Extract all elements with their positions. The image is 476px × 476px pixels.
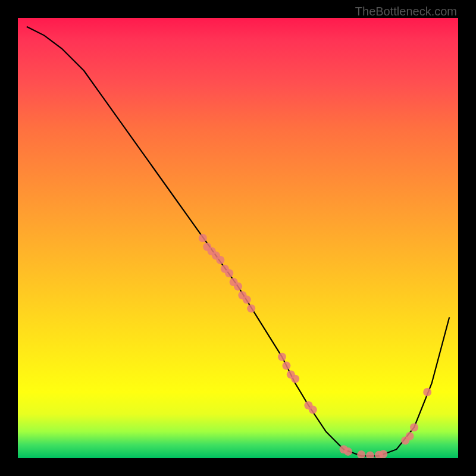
scatter-point — [344, 447, 352, 456]
scatter-point — [423, 388, 431, 396]
curve-line — [27, 27, 449, 456]
scatter-point — [410, 423, 418, 431]
scatter-point — [406, 432, 414, 440]
line-series — [27, 27, 449, 456]
scatter-point — [357, 450, 365, 458]
scatter-point — [278, 353, 286, 361]
plot-area — [18, 18, 458, 458]
scatter-point — [247, 304, 255, 312]
watermark-text: TheBottleneck.com — [355, 5, 457, 18]
scatter-point — [309, 406, 317, 414]
scatter-point — [199, 234, 207, 242]
chart-svg — [18, 18, 458, 458]
scatter-point — [234, 282, 242, 290]
scatter-point — [243, 296, 251, 304]
chart-container: TheBottleneck.com — [0, 0, 476, 476]
scatter-point — [282, 362, 290, 370]
scatter-point — [225, 269, 233, 277]
scatter-points — [199, 234, 431, 458]
scatter-point — [291, 375, 299, 383]
scatter-point — [216, 256, 224, 264]
scatter-point — [379, 450, 387, 458]
scatter-point — [366, 452, 374, 458]
